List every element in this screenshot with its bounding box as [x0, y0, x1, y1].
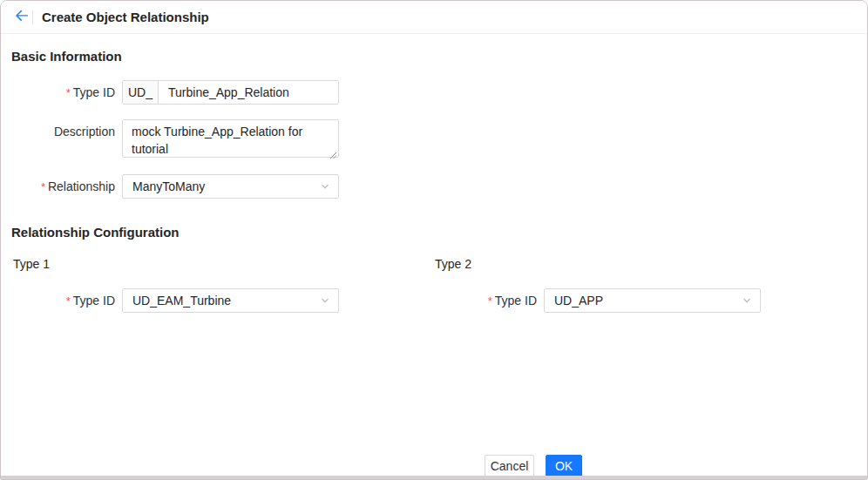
back-arrow-icon: [15, 9, 29, 25]
required-marker: *: [66, 294, 71, 308]
relationship-select[interactable]: ManyToMany: [122, 174, 339, 199]
description-label: Description: [1, 119, 115, 158]
type2-column-heading: Type 2: [435, 257, 471, 271]
type-id-row: *Type ID UD_: [1, 80, 339, 105]
back-button[interactable]: [12, 8, 31, 27]
type-id-prefix-addon: UD_: [123, 81, 159, 104]
type2-type-id-label: *Type ID: [423, 288, 537, 314]
relationship-select-value: ManyToMany: [132, 179, 205, 193]
create-object-relationship-dialog: Create Object Relationship Basic Informa…: [0, 0, 868, 480]
header-divider: [32, 10, 33, 24]
type1-column-heading: Type 1: [13, 257, 50, 271]
chevron-down-icon: [321, 182, 329, 191]
relationship-label: *Relationship: [1, 174, 115, 199]
description-textarea[interactable]: mock Turbine_App_Relation for tutorial: [122, 119, 339, 158]
ok-button[interactable]: OK: [546, 455, 582, 477]
basic-information-heading: Basic Information: [11, 49, 122, 64]
type1-type-id-label: *Type ID: [1, 288, 115, 314]
type2-type-id-select-value: UD_APP: [554, 294, 603, 308]
type-id-label: *Type ID: [1, 80, 115, 105]
description-row: Description mock Turbine_App_Relation fo…: [1, 119, 339, 158]
type1-type-id-select-value: UD_EAM_Turbine: [132, 294, 231, 308]
type-id-input-group: UD_: [122, 80, 339, 105]
relationship-row: *Relationship ManyToMany: [1, 174, 339, 199]
type1-type-id-select[interactable]: UD_EAM_Turbine: [122, 288, 339, 313]
dialog-header: Create Object Relationship: [1, 1, 867, 34]
type-id-input[interactable]: [159, 81, 338, 104]
chevron-down-icon: [743, 296, 751, 305]
cancel-button[interactable]: Cancel: [485, 455, 534, 477]
page-title: Create Object Relationship: [42, 10, 209, 24]
required-marker: *: [41, 180, 45, 193]
bottom-edge-strip: [1, 476, 867, 479]
chevron-down-icon: [321, 296, 329, 305]
required-marker: *: [66, 86, 71, 99]
type2-type-id-select[interactable]: UD_APP: [544, 288, 761, 313]
required-marker: *: [488, 294, 492, 308]
type-selects-row: *Type ID UD_EAM_Turbine *Type ID UD_APP: [1, 288, 339, 314]
dialog-footer: Cancel OK: [485, 455, 582, 477]
relationship-configuration-heading: Relationship Configuration: [11, 225, 180, 240]
